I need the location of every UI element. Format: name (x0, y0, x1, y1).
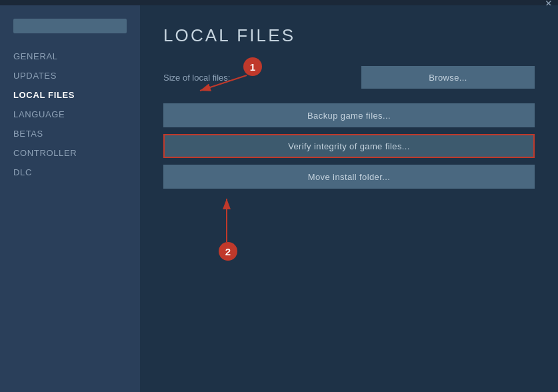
files-size-label: Size of local files: (163, 73, 230, 83)
title-bar: ✕ (0, 0, 558, 5)
sidebar-item-betas[interactable]: BETAS (0, 124, 140, 143)
steam-properties-window: ✕ GENERAL UPDATES LOCAL FILES LANGUAGE B… (0, 0, 558, 392)
annotations-svg (140, 5, 558, 392)
sidebar-item-general[interactable]: GENERAL (0, 47, 140, 66)
action-buttons: Backup game files... Verify integrity of… (163, 103, 535, 189)
sidebar: GENERAL UPDATES LOCAL FILES LANGUAGE BET… (0, 5, 140, 392)
annotation-2: 2 (219, 242, 237, 261)
files-info-row: Size of local files: Browse... (163, 66, 535, 89)
page-title: LOCAL FILES (163, 25, 535, 46)
sidebar-item-dlc[interactable]: DLC (0, 163, 140, 182)
sidebar-item-local-files[interactable]: LOCAL FILES (0, 85, 140, 105)
verify-button[interactable]: Verify integrity of game files... (163, 134, 535, 158)
sidebar-item-controller[interactable]: CONTROLLER (0, 143, 140, 163)
browse-button[interactable]: Browse... (361, 66, 535, 89)
move-button[interactable]: Move install folder... (163, 165, 535, 189)
sidebar-game-title (13, 19, 127, 33)
backup-button[interactable]: Backup game files... (163, 103, 535, 127)
sidebar-item-language[interactable]: LANGUAGE (0, 105, 140, 124)
content-area: GENERAL UPDATES LOCAL FILES LANGUAGE BET… (0, 5, 558, 392)
sidebar-item-updates[interactable]: UPDATES (0, 66, 140, 85)
main-content: LOCAL FILES Size of local files: Browse.… (140, 5, 558, 392)
